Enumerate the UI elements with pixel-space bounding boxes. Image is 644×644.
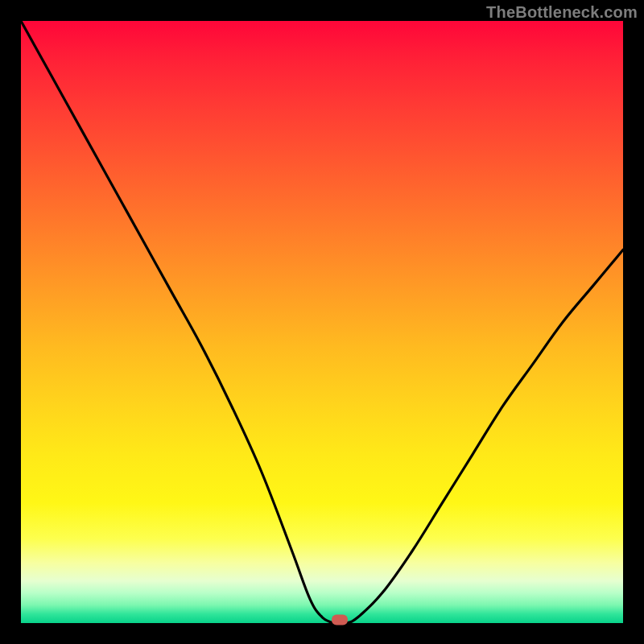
bottleneck-curve [21,21,623,623]
watermark-text: TheBottleneck.com [486,3,638,22]
chart-plot-area [21,21,623,623]
chart-frame: TheBottleneck.com [0,0,644,644]
bottleneck-marker [332,614,348,625]
